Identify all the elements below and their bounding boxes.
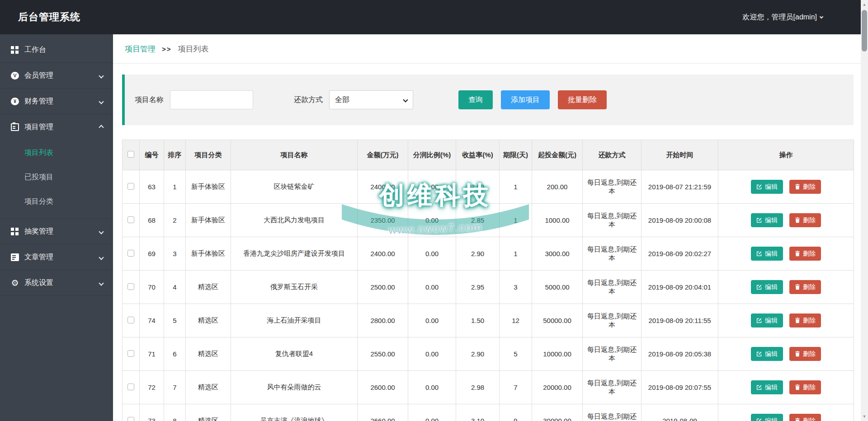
delete-button[interactable]: 删除 <box>789 313 821 327</box>
trash-icon <box>795 217 800 223</box>
repay-method-select[interactable]: 全部 <box>329 90 413 109</box>
cell-repay-method: 每日返息,到期还本 <box>583 271 642 304</box>
edit-button[interactable]: 编辑 <box>751 280 783 294</box>
finance-icon <box>11 98 19 105</box>
delete-button[interactable]: 删除 <box>789 180 821 194</box>
cell-checkbox <box>123 337 140 371</box>
row-checkbox[interactable] <box>127 417 134 421</box>
sidebar-item[interactable]: 财务管理 <box>0 89 113 114</box>
cell-rate: 3.10 <box>456 404 500 421</box>
table-row: 71 6 精选区 复仇者联盟4 2550.00 0.00 2.90 5 1000… <box>123 337 854 371</box>
row-checkbox[interactable] <box>127 250 134 257</box>
cell-share-ratio: 0.00 <box>408 237 456 271</box>
sidebar-section: 系统设置 <box>0 270 113 296</box>
edit-button-label: 编辑 <box>765 283 778 291</box>
delete-button[interactable]: 删除 <box>789 247 821 261</box>
delete-button[interactable]: 删除 <box>789 213 821 227</box>
row-checkbox[interactable] <box>127 384 134 390</box>
sidebar-subitem[interactable]: 已投项目 <box>0 165 113 189</box>
delete-button[interactable]: 删除 <box>789 347 821 361</box>
cell-repay-method: 每日返息,到期还本 <box>583 304 642 337</box>
sidebar-item-label: 系统设置 <box>24 278 99 288</box>
cell-term-days: 1 <box>500 204 532 237</box>
row-checkbox[interactable] <box>127 216 134 223</box>
delete-button[interactable]: 删除 <box>789 380 821 394</box>
cell-amount: 2800.00 <box>358 304 408 337</box>
cell-min-invest: 3000.00 <box>532 237 583 271</box>
edit-pencil-icon <box>756 184 762 190</box>
scrollbar-track[interactable]: ▲ ▼ <box>861 0 868 421</box>
edit-button-label: 编辑 <box>765 417 778 421</box>
cell-amount: 2500.00 <box>358 271 408 304</box>
repay-method-selected-value: 全部 <box>335 95 349 105</box>
sidebar-item[interactable]: 会员管理 <box>0 63 113 88</box>
cell-actions: 编辑 删除 <box>718 371 854 404</box>
edit-button-label: 编辑 <box>765 350 778 358</box>
sidebar-subitem[interactable]: 项目分类 <box>0 189 113 214</box>
cell-id: 68 <box>140 204 164 237</box>
edit-pencil-icon <box>756 351 762 357</box>
edit-button-label: 编辑 <box>765 250 778 258</box>
sidebar-item[interactable]: 文章管理 <box>0 244 113 270</box>
project-name-input[interactable] <box>170 90 253 109</box>
row-checkbox[interactable] <box>127 317 134 323</box>
cell-id: 63 <box>140 170 164 204</box>
sidebar-item-label: 项目管理 <box>24 122 99 132</box>
cell-term-days: 1 <box>500 170 532 204</box>
table-row: 70 4 精选区 俄罗斯玉石开采 2500.00 0.00 2.95 3 500… <box>123 271 854 304</box>
table-header-row: 编号排序项目分类项目名称金额(万元)分润比例(%)收益率(%)期限(天)起投金额… <box>123 140 854 170</box>
row-checkbox[interactable] <box>127 350 134 357</box>
user-menu[interactable]: 欢迎您，管理员[admin] <box>743 13 823 22</box>
scrollbar-up-arrow[interactable]: ▲ <box>861 1 868 8</box>
column-header-id: 编号 <box>140 140 164 170</box>
sidebar-item[interactable]: 抽奖管理 <box>0 219 113 244</box>
trash-icon <box>795 184 800 190</box>
breadcrumb-section-link[interactable]: 项目管理 <box>125 44 156 54</box>
delete-button-label: 删除 <box>803 417 816 421</box>
cell-id: 73 <box>140 404 164 421</box>
edit-button[interactable]: 编辑 <box>751 213 783 227</box>
cell-category: 新手体验区 <box>186 237 231 271</box>
cell-category: 新手体验区 <box>186 204 231 237</box>
edit-button[interactable]: 编辑 <box>751 313 783 327</box>
search-button[interactable]: 查询 <box>458 90 493 109</box>
cell-checkbox <box>123 404 140 421</box>
edit-button[interactable]: 编辑 <box>751 380 783 394</box>
cell-rate: 2.85 <box>456 204 500 237</box>
trash-icon <box>795 418 800 421</box>
cell-rate: 1.50 <box>456 304 500 337</box>
cell-sort: 1 <box>164 170 186 204</box>
repay-method-label: 还款方式 <box>294 95 323 105</box>
cell-project-name: 区块链紫金矿 <box>231 170 358 204</box>
cell-term-days: 3 <box>500 271 532 304</box>
chevron-down-icon <box>99 281 104 285</box>
sidebar-item[interactable]: 工作台 <box>0 37 113 62</box>
breadcrumb: 项目管理 >> 项目列表 <box>113 34 861 64</box>
edit-pencil-icon <box>756 384 762 390</box>
scrollbar-thumb[interactable] <box>862 10 867 51</box>
edit-button[interactable]: 编辑 <box>751 180 783 194</box>
edit-button[interactable]: 编辑 <box>751 247 783 261</box>
row-checkbox[interactable] <box>127 283 134 290</box>
sidebar-item[interactable]: 系统设置 <box>0 270 113 295</box>
batch-delete-button[interactable]: 批量删除 <box>558 90 607 109</box>
cell-category: 新手体验区 <box>186 170 231 204</box>
sidebar-item-label: 财务管理 <box>24 97 99 106</box>
sidebar-subitem[interactable]: 项目列表 <box>0 140 113 165</box>
column-header-share: 分润比例(%) <box>408 140 456 170</box>
row-checkbox[interactable] <box>127 183 134 190</box>
cell-term-days: 7 <box>500 371 532 404</box>
filter-panel: 项目名称 还款方式 全部 查询 添加项目 批量删除 <box>122 75 854 125</box>
trash-icon <box>795 251 800 257</box>
cell-amount: 2400.00 <box>358 170 408 204</box>
cell-repay-method: 每日返息,到期还本 <box>583 170 642 204</box>
edit-button[interactable]: 编辑 <box>751 347 783 361</box>
delete-button[interactable]: 删除 <box>789 414 821 421</box>
scrollbar-down-arrow[interactable]: ▼ <box>861 413 868 420</box>
select-all-checkbox[interactable] <box>127 151 134 158</box>
add-project-button[interactable]: 添加项目 <box>501 90 550 109</box>
edit-button[interactable]: 编辑 <box>751 414 783 421</box>
sidebar-item[interactable]: 项目管理 <box>0 114 113 140</box>
delete-button[interactable]: 删除 <box>789 280 821 294</box>
cell-share-ratio: 0.00 <box>408 304 456 337</box>
